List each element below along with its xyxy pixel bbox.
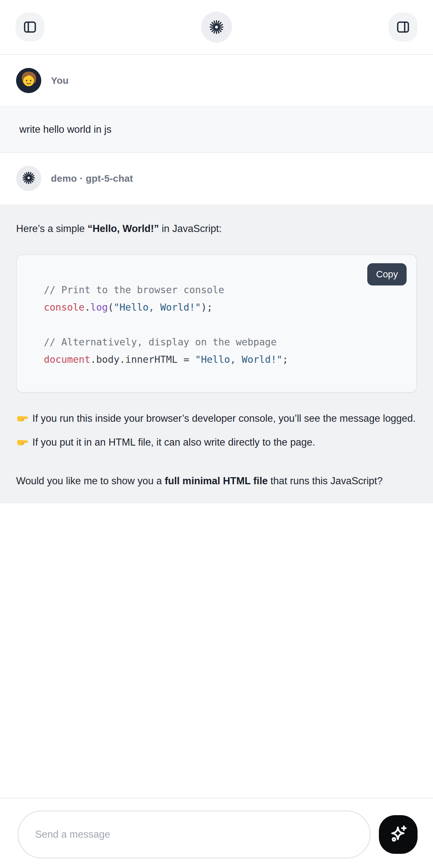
starburst-icon bbox=[209, 19, 224, 35]
assistant-message: demo · gpt-5-chat Here’s a simple “Hello… bbox=[0, 153, 433, 503]
top-bar bbox=[0, 0, 433, 55]
code-block: Copy // Print to the browser consolecons… bbox=[16, 254, 417, 393]
model-button[interactable] bbox=[201, 11, 232, 42]
assistant-intro-paragraph: Here’s a simple “Hello, World!” in JavaS… bbox=[16, 218, 417, 239]
code-content: // Print to the browser consoleconsole.l… bbox=[44, 281, 403, 368]
chat-app: You write hello world in js bbox=[0, 0, 433, 868]
assistant-tips-paragraph: If you run this inside your browser’s de… bbox=[16, 408, 417, 455]
assistant-sender-row: demo · gpt-5-chat bbox=[0, 153, 433, 204]
pointing-finger-emoji bbox=[16, 410, 28, 431]
ai-actions-button[interactable] bbox=[379, 815, 417, 854]
chat-empty-area bbox=[0, 503, 433, 798]
assistant-followup-paragraph: Would you like me to show you a full min… bbox=[16, 470, 417, 492]
assistant-sender-label: demo · gpt-5-chat bbox=[51, 173, 133, 184]
message-input[interactable] bbox=[18, 811, 371, 858]
user-message-text: write hello world in js bbox=[0, 106, 433, 153]
panel-right-icon bbox=[396, 20, 410, 34]
sparkle-plus-icon bbox=[388, 824, 409, 846]
assistant-avatar bbox=[16, 166, 41, 191]
assistant-message-body: Here’s a simple “Hello, World!” in JavaS… bbox=[0, 204, 433, 503]
starburst-icon bbox=[22, 171, 36, 186]
copy-code-button[interactable]: Copy bbox=[367, 263, 407, 285]
right-panel-toggle-button[interactable] bbox=[389, 12, 417, 41]
sidebar-toggle-button[interactable] bbox=[16, 12, 44, 41]
user-sender-label: You bbox=[51, 75, 69, 86]
user-message: You write hello world in js bbox=[0, 55, 433, 153]
person-emoji-avatar bbox=[16, 68, 41, 93]
pointing-finger-emoji bbox=[16, 434, 28, 455]
panel-left-icon bbox=[23, 20, 37, 34]
user-sender-row: You bbox=[0, 55, 433, 106]
composer-bar bbox=[0, 798, 433, 868]
user-avatar bbox=[16, 68, 41, 93]
